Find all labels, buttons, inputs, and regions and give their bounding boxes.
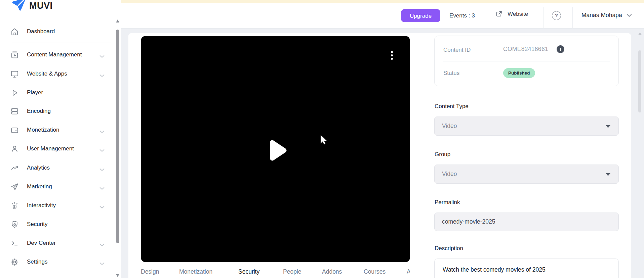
tab-a[interactable]: A xyxy=(407,268,410,275)
terminal-icon xyxy=(10,239,19,248)
gear-icon xyxy=(10,258,19,267)
tab-design[interactable]: Design xyxy=(141,268,159,275)
help-icon[interactable]: ? xyxy=(552,11,561,20)
user-icon xyxy=(10,144,19,153)
brand-name: MUVI xyxy=(29,1,53,11)
user-name: Manas Mohapa xyxy=(581,12,622,19)
tab-addons[interactable]: Addons xyxy=(322,268,342,275)
home-icon xyxy=(10,27,19,36)
sidebar-item-analytics[interactable]: Analytics xyxy=(0,161,121,175)
content-tabs: DesignMonetizationSecurityPeopleAddonsCo… xyxy=(141,268,410,278)
header-divider xyxy=(572,7,573,28)
chevron-down-icon xyxy=(99,167,105,173)
chevron-down-icon xyxy=(99,204,105,210)
sidebar-item-label: Player xyxy=(27,89,43,96)
send-icon xyxy=(10,182,19,191)
sidebar-item-marketing[interactable]: Marketing xyxy=(0,180,121,193)
top-header: Upgrade Events : 3 Website ? Manas Mohap… xyxy=(121,3,644,29)
sidebar-item-website-apps[interactable]: Website & Apps xyxy=(0,67,121,81)
tab-people[interactable]: People xyxy=(283,268,301,275)
sidebar-item-label: Website & Apps xyxy=(27,71,67,77)
sidebar-item-dev-center[interactable]: Dev Center xyxy=(0,236,121,250)
content-id-value: COME82416661 xyxy=(503,46,548,53)
sidebar-item-label: Analytics xyxy=(27,165,50,171)
sidebar-item-encoding[interactable]: Encoding xyxy=(0,104,121,118)
website-link[interactable]: Website xyxy=(495,10,528,18)
status-badge: Published xyxy=(503,68,535,78)
muvi-app: Upgrade Events : 3 Website ? Manas Mohap… xyxy=(0,0,644,278)
tab-monetization[interactable]: Monetization xyxy=(179,268,212,275)
content-detail-panel: DesignMonetizationSecurityPeopleAddonsCo… xyxy=(128,33,631,278)
tab-courses[interactable]: Courses xyxy=(364,268,386,275)
chevron-down-icon xyxy=(99,261,105,267)
muvi-logo-icon xyxy=(11,0,26,14)
sidebar-scroll-down-arrow[interactable] xyxy=(116,274,119,277)
video-player[interactable] xyxy=(141,36,410,262)
mouse-cursor xyxy=(320,135,328,147)
sidebar-item-label: Dev Center xyxy=(27,240,56,246)
chevron-down-icon xyxy=(627,12,632,19)
shield-icon xyxy=(10,220,19,229)
chevron-down-icon xyxy=(99,53,105,59)
sidebar-item-label: Encoding xyxy=(27,108,51,114)
group-value: Video xyxy=(442,171,457,177)
stack-icon xyxy=(10,107,19,116)
group-label: Group xyxy=(435,151,450,158)
content-type-value: Video xyxy=(442,123,457,129)
sidebar-item-player[interactable]: Player xyxy=(0,86,121,99)
tab-security[interactable]: Security xyxy=(238,268,259,275)
sidebar-item-label: Content Management xyxy=(27,51,82,58)
trend-icon xyxy=(10,164,19,173)
sidebar-item-label: Monetization xyxy=(27,127,59,133)
content-type-select[interactable]: Video xyxy=(434,117,619,136)
content-icon xyxy=(10,50,19,59)
chevron-down-icon xyxy=(99,73,105,79)
sidebar-scrollbar[interactable] xyxy=(116,30,119,243)
content-id-label: Content ID xyxy=(443,47,471,53)
chevron-down-icon xyxy=(99,185,105,191)
sidebar-item-label: Marketing xyxy=(27,183,52,190)
external-link-icon xyxy=(495,10,503,18)
scroll-up-arrow[interactable] xyxy=(638,32,642,35)
video-options-icon[interactable] xyxy=(391,51,393,61)
sidebar-item-label: Settings xyxy=(27,259,47,265)
sidebar-item-settings[interactable]: Settings xyxy=(0,255,121,269)
sidebar-item-label: Dashboard xyxy=(27,28,55,35)
sidebar-scroll-up-arrow[interactable] xyxy=(116,19,119,22)
sidebar-item-interactivity[interactable]: Interactivity xyxy=(0,199,121,212)
card-divider xyxy=(443,61,610,61)
description-label: Description xyxy=(435,245,463,252)
header-divider xyxy=(544,7,544,28)
group-select[interactable]: Video xyxy=(434,165,619,184)
sidebar-item-security[interactable]: Security xyxy=(0,218,121,231)
status-label: Status xyxy=(443,70,459,77)
website-label: Website xyxy=(508,11,528,17)
sidebar-item-monetization[interactable]: Monetization xyxy=(0,123,121,137)
wallet-icon xyxy=(10,126,19,135)
permalink-label: Permalink xyxy=(435,199,460,206)
content-meta-card: Content ID COME82416661 i Status Publish… xyxy=(434,36,619,86)
chevron-down-icon xyxy=(99,129,105,135)
chevron-down-icon xyxy=(99,242,105,248)
info-icon[interactable]: i xyxy=(557,45,564,53)
sidebar-item-label: Interactivity xyxy=(27,202,56,209)
play-icon xyxy=(10,88,19,97)
events-counter[interactable]: Events : 3 xyxy=(449,12,475,19)
sidebar-item-dashboard[interactable]: Dashboard xyxy=(0,25,121,38)
caret-down-icon xyxy=(606,125,610,128)
sidebar-item-label: Security xyxy=(27,221,47,228)
permalink-input[interactable] xyxy=(434,213,619,231)
content-type-label: Content Type xyxy=(435,103,469,110)
upgrade-button[interactable]: Upgrade xyxy=(401,9,440,22)
interact-icon xyxy=(10,201,19,210)
play-button-icon[interactable] xyxy=(267,140,288,163)
sidebar-item-user-management[interactable]: User Management xyxy=(0,142,121,155)
sidebar-item-content-management[interactable]: Content Management xyxy=(0,48,121,61)
sidebar-divider xyxy=(12,43,111,43)
user-menu[interactable]: Manas Mohapa xyxy=(581,12,632,19)
sidebar-item-label: User Management xyxy=(27,145,74,152)
sidebar: MUVI DashboardContent ManagementWebsite … xyxy=(0,0,121,278)
page-scrollbar[interactable] xyxy=(638,50,641,112)
description-textarea[interactable]: Watch the best comedy movies of 2025 xyxy=(434,259,619,278)
brand-logo[interactable]: MUVI xyxy=(11,0,53,14)
